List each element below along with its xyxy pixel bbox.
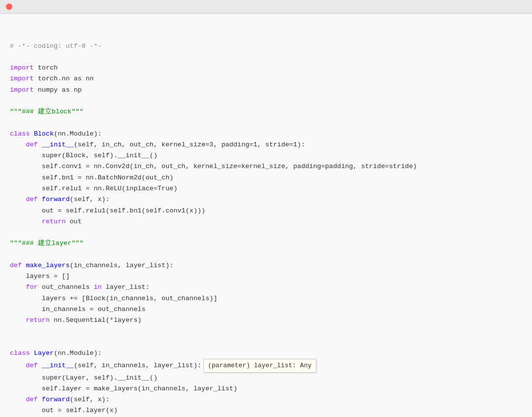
token: (self, x): (70, 196, 110, 203)
token: import (10, 75, 34, 82)
token: class (10, 130, 30, 138)
code-line: def __init__(self, in_channels, layer_li… (10, 359, 532, 372)
close-button[interactable] (6, 3, 12, 10)
code-line: out = self.layer(x) (10, 405, 532, 416)
token: torch.nn (34, 75, 74, 82)
token (10, 218, 42, 225)
code-line: # -*- coding: utf-8 -*- (10, 41, 532, 52)
token: torch (34, 64, 58, 71)
code-line: super(Layer, self).__init__() (10, 373, 532, 383)
token: nn (82, 75, 94, 82)
token (30, 130, 34, 138)
token: def (26, 396, 37, 403)
token: import (10, 64, 34, 71)
code-line: self.layer = make_layers(in_channels, la… (10, 383, 532, 394)
token: self.relu1 = nn.ReLU(inplace=True) (10, 185, 177, 192)
code-line: """### 建立block""" (10, 106, 532, 117)
token: layers = [] (10, 273, 70, 280)
token: forward (42, 396, 70, 403)
token: self.conv1 = nn.Conv2d(in_ch, out_ch, ke… (10, 163, 417, 170)
token: super(Layer, self).__init__() (10, 374, 158, 382)
token (10, 396, 26, 403)
token: (self, in_ch, out_ch, kernel_size=3, pad… (74, 141, 305, 148)
token: def (10, 262, 22, 269)
token: out (66, 218, 81, 225)
token: """### 建立layer""" (10, 240, 84, 247)
token (38, 141, 42, 148)
code-line (10, 227, 532, 238)
token: layer_list: (101, 283, 149, 291)
code-line: class Block(nn.Module): (10, 129, 532, 139)
token: __init__ (42, 362, 74, 370)
code-line (10, 117, 532, 128)
token (10, 283, 26, 291)
token: import (10, 86, 34, 94)
token: np (70, 86, 82, 94)
token: (nn.Module): (54, 349, 101, 357)
code-line: """### 建立layer""" (10, 238, 532, 249)
token: for (26, 283, 37, 291)
token: def (26, 362, 37, 370)
code-line: class Layer(nn.Module): (10, 348, 532, 359)
token: __init__ (42, 141, 74, 148)
code-line: self.conv1 = nn.Conv2d(in_ch, out_ch, ke… (10, 161, 532, 172)
code-line: def make_layers(in_channels, layer_list)… (10, 260, 532, 271)
token: out_channels (38, 283, 94, 291)
token: Layer (34, 349, 54, 357)
editor-window: # -*- coding: utf-8 -*- import torchimpo… (0, 0, 532, 417)
token: Block (34, 130, 54, 138)
token (38, 196, 42, 203)
token: super(Block, self).__init__() (10, 152, 158, 159)
token (10, 316, 26, 324)
code-line: import torch.nn as nn (10, 73, 532, 84)
token: return (26, 316, 50, 324)
code-line (10, 326, 532, 337)
tooltip-box: (parameter) layer_list: Any (203, 359, 316, 372)
token: (self, in_channels, layer_list): (74, 362, 201, 370)
token (38, 362, 42, 370)
code-line: return out (10, 216, 532, 227)
code-line: import numpy as np (10, 85, 532, 96)
token (10, 362, 26, 370)
token: # -*- coding: utf-8 -*- (10, 42, 101, 50)
token: return (42, 218, 66, 225)
token: make_layers (26, 262, 69, 269)
code-line: in_channels = out_channels (10, 304, 532, 315)
token: def (26, 141, 37, 148)
code-line: def forward(self, x): (10, 394, 532, 405)
token: def (26, 196, 37, 203)
token: nn.Sequential(*layers) (50, 316, 141, 324)
token (38, 396, 42, 403)
code-area: # -*- coding: utf-8 -*- import torchimpo… (0, 14, 532, 417)
token: in (94, 283, 101, 291)
token (10, 196, 26, 203)
token: self.layer = make_layers(in_channels, la… (10, 385, 237, 392)
token: as (62, 86, 69, 94)
code-line: layers += [Block(in_channels, out_channe… (10, 293, 532, 304)
token: (nn.Module): (54, 130, 101, 138)
code-line (10, 96, 532, 106)
code-line (10, 249, 532, 260)
token: (in_channels, layer_list): (70, 262, 174, 269)
token: numpy (34, 86, 62, 94)
code-line: for out_channels in layer_list: (10, 282, 532, 293)
code-line: super(Block, self).__init__() (10, 150, 532, 161)
code-line: return nn.Sequential(*layers) (10, 315, 532, 326)
token: out = self.layer(x) (10, 407, 118, 414)
code-line: self.relu1 = nn.ReLU(inplace=True) (10, 183, 532, 194)
code-line: self.bn1 = nn.BatchNorm2d(out_ch) (10, 173, 532, 183)
token: as (74, 75, 82, 82)
token: """### 建立block""" (10, 108, 84, 115)
code-line: import torch (10, 63, 532, 73)
title-bar (0, 0, 532, 14)
token: forward (42, 196, 70, 203)
code-line: def __init__(self, in_ch, out_ch, kernel… (10, 139, 532, 150)
token (30, 349, 34, 357)
code-line: layers = [] (10, 271, 532, 282)
code-line: def forward(self, x): (10, 194, 532, 205)
token: (self, x): (70, 396, 110, 403)
token: out = self.relu1(self.bn1(self.conv1(x))… (10, 207, 205, 214)
token (10, 141, 26, 148)
token: class (10, 349, 30, 357)
code-line: out = self.relu1(self.bn1(self.conv1(x))… (10, 206, 532, 216)
